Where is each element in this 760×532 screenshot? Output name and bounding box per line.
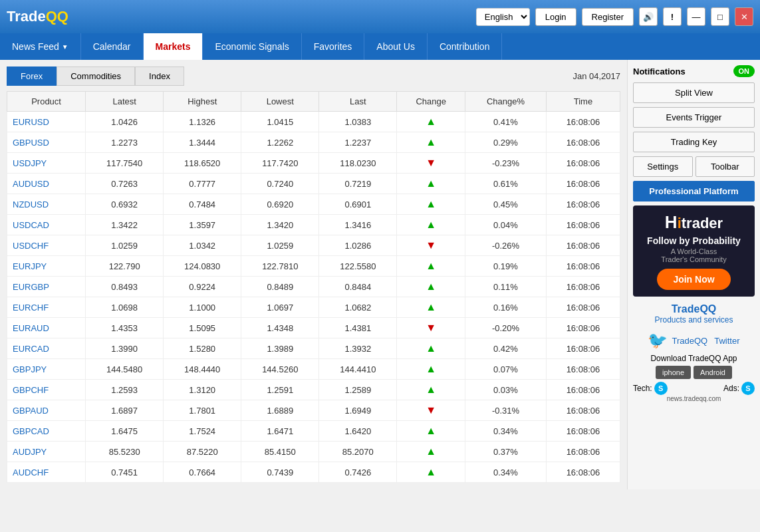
product-cell[interactable]: AUDJPY	[7, 442, 86, 462]
product-cell[interactable]: EURAUD	[7, 318, 86, 338]
product-cell[interactable]: EURJPY	[7, 256, 86, 277]
table-row: USDJPY 117.7540 118.6520 117.7420 118.02…	[7, 153, 620, 174]
nav-item-contribution[interactable]: Contribution	[428, 33, 503, 60]
nav-item-economic-signals[interactable]: Economic Signals	[203, 33, 301, 60]
twitter-section: 🐦 TradeQQ Twitter	[633, 331, 755, 350]
split-view-button[interactable]: Split View	[633, 82, 755, 103]
tab-group: Forex Commodities Index	[7, 66, 184, 86]
twitter-label[interactable]: Twitter	[714, 336, 739, 346]
product-cell[interactable]: AUDCHF	[7, 462, 86, 483]
tab-commodities[interactable]: Commodities	[57, 66, 135, 86]
product-cell[interactable]: EURUSD	[7, 112, 86, 132]
product-cell[interactable]: EURCAD	[7, 338, 86, 359]
product-cell[interactable]: NZDUSD	[7, 194, 86, 215]
time-cell: 16:08:06	[546, 297, 620, 318]
latest-cell: 1.6475	[86, 421, 164, 442]
highest-cell: 148.4440	[164, 359, 241, 380]
sidebar: Notifications ON Split View Events Trigg…	[627, 60, 760, 489]
minimize-button[interactable]: —	[687, 7, 705, 26]
latest-cell: 122.790	[86, 256, 164, 277]
close-button[interactable]: ✕	[735, 7, 753, 26]
skype-ads-icon[interactable]: S	[741, 382, 755, 395]
tab-forex[interactable]: Forex	[7, 66, 57, 86]
table-row: EURCHF 1.0698 1.1000 1.0697 1.0682 ▲ 0.1…	[7, 297, 620, 318]
product-cell[interactable]: EURGBP	[7, 277, 86, 297]
date-display: Jan 04,2017	[572, 71, 620, 81]
time-cell: 16:08:06	[546, 400, 620, 421]
product-cell[interactable]: USDCAD	[7, 215, 86, 235]
product-cell[interactable]: GBPUSD	[7, 132, 86, 153]
product-cell[interactable]: USDCHF	[7, 235, 86, 256]
latest-cell: 1.3422	[86, 215, 164, 235]
twitter-tradeqq-link[interactable]: TradeQQ	[672, 336, 707, 346]
sound-button[interactable]: 🔊	[639, 7, 658, 26]
nav-item-newsfeed[interactable]: News Feed ▼	[0, 33, 81, 60]
product-cell[interactable]: GBPJPY	[7, 359, 86, 380]
nav-item-markets[interactable]: Markets	[144, 33, 203, 60]
changepct-cell: 0.11%	[465, 277, 547, 297]
time-cell: 16:08:06	[546, 277, 620, 297]
events-trigger-button[interactable]: Events Trigger	[633, 107, 755, 128]
lowest-cell: 0.8489	[241, 277, 319, 297]
product-cell[interactable]: GBPCAD	[7, 421, 86, 442]
product-cell[interactable]: GBPAUD	[7, 400, 86, 421]
table-row: EURGBP 0.8493 0.9224 0.8489 0.8484 ▲ 0.1…	[7, 277, 620, 297]
table-row: EURJPY 122.790 124.0830 122.7810 122.558…	[7, 256, 620, 277]
change-cell: ▲	[397, 442, 465, 462]
product-cell[interactable]: EURCHF	[7, 297, 86, 318]
change-cell: ▲	[397, 297, 465, 318]
header: TradeQQ English Login Register 🔊 ! — □ ✕	[0, 0, 760, 33]
highest-cell: 1.5095	[164, 318, 241, 338]
alert-button[interactable]: !	[663, 7, 682, 26]
change-cell: ▼	[397, 153, 465, 174]
nav-item-about-us[interactable]: About Us	[364, 33, 428, 60]
table-row: EURAUD 1.4353 1.5095 1.4348 1.4381 ▼ -0.…	[7, 318, 620, 338]
product-cell[interactable]: AUDUSD	[7, 174, 86, 194]
changepct-cell: 0.07%	[465, 359, 547, 380]
lowest-cell: 0.7240	[241, 174, 319, 194]
nav-item-calendar[interactable]: Calendar	[81, 33, 144, 60]
change-cell: ▼	[397, 318, 465, 338]
time-cell: 16:08:06	[546, 380, 620, 400]
last-cell: 1.0383	[319, 112, 397, 132]
last-cell: 1.2237	[319, 132, 397, 153]
tab-index[interactable]: Index	[135, 66, 184, 86]
lowest-cell: 1.0697	[241, 297, 319, 318]
register-button[interactable]: Register	[582, 8, 634, 26]
latest-cell: 1.2273	[86, 132, 164, 153]
product-cell[interactable]: GBPCHF	[7, 380, 86, 400]
content-area: Forex Commodities Index Jan 04,2017 Prod…	[0, 60, 627, 489]
arrow-up-icon: ▲	[426, 466, 436, 477]
change-cell: ▼	[397, 235, 465, 256]
last-cell: 118.0230	[319, 153, 397, 174]
changepct-cell: 0.45%	[465, 194, 547, 215]
nav-item-favorites[interactable]: Favorites	[302, 33, 365, 60]
changepct-cell: 0.34%	[465, 421, 547, 442]
arrow-down-icon: ▼	[426, 157, 436, 168]
notifications-toggle[interactable]: ON	[733, 65, 755, 77]
changepct-cell: 0.42%	[465, 338, 547, 359]
login-button[interactable]: Login	[535, 8, 576, 26]
last-cell: 0.7426	[319, 462, 397, 483]
arrow-up-icon: ▲	[426, 301, 436, 313]
restore-button[interactable]: □	[711, 7, 729, 26]
toolbar-button[interactable]: Toolbar	[696, 156, 755, 177]
language-selector[interactable]: English	[476, 8, 530, 26]
product-cell[interactable]: USDJPY	[7, 153, 86, 174]
trading-key-button[interactable]: Trading Key	[633, 132, 755, 152]
iphone-button[interactable]: iphone	[656, 366, 691, 379]
settings-button[interactable]: Settings	[633, 156, 693, 177]
skype-tech-icon[interactable]: S	[654, 382, 668, 395]
highest-cell: 0.9224	[164, 277, 241, 297]
last-cell: 1.0682	[319, 297, 397, 318]
professional-platform-button[interactable]: Professional Platform	[633, 181, 755, 201]
lowest-cell: 117.7420	[241, 153, 319, 174]
table-row: GBPCHF 1.2593 1.3120 1.2591 1.2589 ▲ 0.0…	[7, 380, 620, 400]
hitrader-logo: Hitrader	[640, 212, 748, 233]
android-button[interactable]: Android	[694, 366, 732, 379]
table-row: GBPAUD 1.6897 1.7801 1.6889 1.6949 ▼ -0.…	[7, 400, 620, 421]
last-cell: 1.3416	[319, 215, 397, 235]
latest-cell: 0.6932	[86, 194, 164, 215]
col-header-last: Last	[319, 92, 397, 112]
join-now-button[interactable]: Join Now	[657, 269, 730, 290]
